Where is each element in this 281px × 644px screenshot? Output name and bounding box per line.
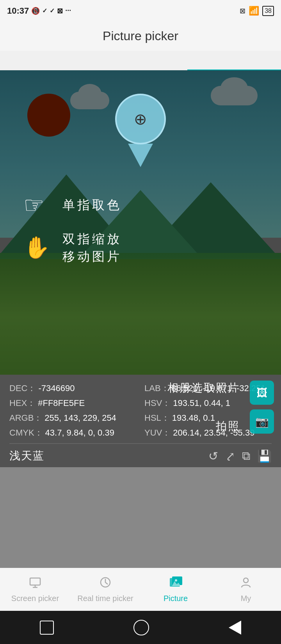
nav-real-time-picker-label: Real time picker — [77, 594, 133, 603]
check-icon1: ✓ — [42, 7, 47, 14]
action-icons: ↺ ⤤ ⧉ 💾 — [208, 449, 272, 463]
instruction-two-finger: ✋ 双指缩放 移动图片 — [23, 230, 258, 265]
refresh-icon[interactable]: ↺ — [208, 449, 218, 463]
gallery-action-button[interactable]: 🖼 — [250, 381, 274, 405]
bottom-nav: Screen picker Real time picker Picture — [0, 568, 281, 611]
home-button[interactable] — [133, 620, 149, 635]
tab-screen-mini[interactable] — [0, 51, 94, 70]
check-icon2: ✓ — [50, 7, 55, 14]
notification-icon: ⊠ — [57, 7, 63, 15]
two-finger-text: 双指缩放 移动图片 — [62, 230, 122, 265]
nav-screen-picker-label: Screen picker — [11, 594, 59, 603]
status-left: 10:37 📵 ✓ ✓ ⊠ ··· — [7, 6, 71, 16]
floating-labels: 相册选取照片 拍照 — [0, 381, 246, 434]
picture-icon — [168, 576, 183, 592]
back-button[interactable] — [229, 621, 241, 635]
title-bar: Picture picker — [0, 21, 281, 51]
tab-realtime-mini[interactable] — [94, 51, 187, 70]
real-time-picker-icon — [99, 576, 112, 592]
top-tab-strip — [0, 51, 281, 70]
more-icon: ··· — [65, 7, 71, 15]
layers-icon[interactable]: ⧉ — [242, 449, 250, 463]
two-finger-icon: ✋ — [23, 235, 55, 260]
single-finger-text: 单指取色 — [62, 196, 122, 214]
nav-screen-picker[interactable]: Screen picker — [0, 576, 70, 603]
color-name: 浅天蓝 — [9, 448, 44, 463]
camera-action-button[interactable]: 📷 — [250, 409, 274, 434]
gallery-icon: 🖼 — [256, 386, 267, 399]
battery-display: 38 — [262, 6, 274, 16]
wifi-icon: 📶 — [249, 6, 259, 16]
right-action-buttons: 🖼 📷 — [250, 381, 274, 434]
system-nav-bar — [0, 611, 281, 644]
nav-picture[interactable]: Picture — [140, 576, 211, 603]
status-right: ⊠ 📶 38 — [240, 6, 274, 16]
save-icon[interactable]: 💾 — [257, 449, 272, 463]
recent-apps-button[interactable] — [40, 621, 54, 635]
nav-real-time-picker[interactable]: Real time picker — [70, 576, 140, 603]
nav-picture-label: Picture — [164, 594, 188, 603]
screen-picker-icon — [28, 576, 42, 592]
camera-icon: 📷 — [255, 415, 269, 428]
color-name-bar: 浅天蓝 ↺ ⤤ ⧉ 💾 — [9, 443, 272, 463]
svg-rect-0 — [30, 578, 40, 585]
sim-icon: ⊠ — [240, 7, 245, 15]
time-display: 10:37 — [7, 6, 29, 16]
single-finger-icon: ☞ — [23, 191, 55, 219]
nav-my-label: My — [241, 594, 251, 603]
instruction-single-finger: ☞ 单指取色 — [23, 191, 258, 219]
status-bar: 10:37 📵 ✓ ✓ ⊠ ··· ⊠ 📶 38 — [0, 0, 281, 21]
signal-icon: 📵 — [31, 7, 40, 15]
pin-marker: ⊕ — [115, 94, 166, 167]
nav-my[interactable]: My — [211, 576, 281, 603]
tab-picture-mini[interactable] — [187, 51, 281, 70]
svg-point-6 — [175, 579, 177, 582]
image-export-icon[interactable]: ⤤ — [225, 449, 235, 463]
instructions-overlay: ☞ 单指取色 ✋ 双指缩放 移动图片 — [0, 191, 281, 277]
pin-tail — [128, 144, 153, 167]
my-icon — [239, 576, 253, 592]
page-title: Picture picker — [103, 29, 178, 43]
image-area[interactable]: ⊕ ☞ 单指取色 ✋ 双指缩放 移动图片 — [0, 70, 281, 375]
gallery-label: 相册选取照片 — [0, 381, 240, 395]
camera-label: 拍照 — [0, 419, 240, 434]
pin-body: ⊕ — [115, 94, 166, 144]
crosshair-icon: ⊕ — [134, 111, 147, 127]
svg-point-7 — [244, 578, 248, 583]
